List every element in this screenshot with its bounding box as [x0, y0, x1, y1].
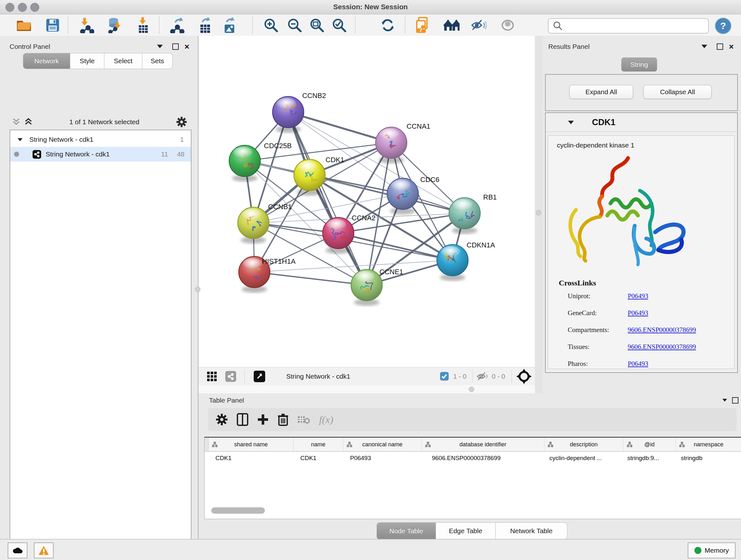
- collapse-all-icon[interactable]: [12, 118, 20, 126]
- memory-button[interactable]: Memory: [688, 543, 736, 558]
- network-node[interactable]: [449, 198, 480, 234]
- import-network-file-button[interactable]: [78, 17, 94, 33]
- open-session-button[interactable]: [16, 17, 32, 33]
- import-table-button[interactable]: [135, 17, 151, 33]
- tab-edge-table[interactable]: Edge Table: [436, 522, 495, 540]
- horizontal-scrollbar[interactable]: [211, 507, 265, 514]
- control-panel-title: Control Panel: [10, 43, 50, 51]
- node-label: CDC25B: [264, 142, 292, 150]
- horizontal-splitter[interactable]: [199, 385, 535, 393]
- expand-all-button[interactable]: Expand All: [569, 85, 633, 99]
- network-node[interactable]: [229, 145, 260, 182]
- column-header-description[interactable]: description: [544, 438, 623, 451]
- node-table[interactable]: shared name name canonical name database…: [204, 437, 741, 519]
- crosslink-link[interactable]: P06493: [628, 292, 648, 300]
- panel-menu-icon[interactable]: [157, 45, 163, 48]
- protein-structure-image: [559, 152, 693, 270]
- grid-view-icon[interactable]: [207, 371, 217, 381]
- export-image-button[interactable]: [221, 17, 238, 33]
- help-button[interactable]: ?: [715, 17, 731, 34]
- search-field[interactable]: [548, 18, 709, 34]
- network-edge[interactable]: [288, 112, 367, 285]
- columns-icon[interactable]: [237, 413, 248, 426]
- column-header-canonical-name[interactable]: canonical name: [343, 438, 422, 451]
- table-toolbar: f(x): [208, 408, 737, 431]
- gear-icon[interactable]: [176, 117, 187, 127]
- tab-sets[interactable]: Sets: [142, 53, 173, 69]
- zoom-selected-button[interactable]: [331, 17, 347, 33]
- network-view-title: String Network - cdk1: [286, 373, 350, 380]
- crosslink-link[interactable]: P06493: [628, 309, 648, 317]
- delete-column-icon[interactable]: [278, 413, 288, 426]
- memory-label: Memory: [704, 547, 729, 554]
- graphics-details-button[interactable]: [444, 17, 460, 33]
- zoom-fit-button[interactable]: [309, 17, 325, 33]
- node-label: CDKN1A: [467, 241, 495, 249]
- network-collection-row[interactable]: String Network - cdk1 1: [10, 132, 191, 147]
- panel-close-icon[interactable]: ×: [729, 44, 734, 49]
- splitter-handle[interactable]: [195, 287, 200, 292]
- hide-selected-button[interactable]: [471, 17, 487, 33]
- import-network-database-button[interactable]: [107, 17, 123, 33]
- column-header-shared-name[interactable]: shared name: [209, 438, 293, 451]
- column-header-namespace[interactable]: namespace: [676, 438, 741, 451]
- save-session-button[interactable]: [45, 17, 61, 33]
- column-scope-icon: [212, 442, 218, 447]
- selected-checkbox[interactable]: [440, 372, 449, 381]
- network-node[interactable]: [238, 207, 269, 244]
- network-node[interactable]: [376, 127, 407, 164]
- network-node[interactable]: [437, 245, 468, 281]
- network-node[interactable]: [351, 269, 382, 306]
- table-row[interactable]: CDK1 CDK1 P06493 9606.ENSP00000378699 cy…: [205, 452, 741, 464]
- gear-icon[interactable]: [216, 414, 228, 426]
- first-neighbors-button[interactable]: [415, 17, 431, 33]
- export-table-button[interactable]: [197, 17, 213, 33]
- collapse-all-button[interactable]: Collapse All: [643, 85, 712, 99]
- column-header-database-identifier[interactable]: database identifier: [422, 438, 544, 451]
- network-row[interactable]: String Network - cdk1 11 48: [10, 147, 191, 162]
- column-header-id[interactable]: @id: [623, 438, 676, 451]
- crosslink-link[interactable]: 9606.ENSP00000378699: [628, 343, 696, 351]
- crosslink-link[interactable]: 9606.ENSP00000378699: [628, 326, 696, 334]
- panel-close-icon[interactable]: ×: [185, 44, 189, 49]
- column-header-name[interactable]: name: [293, 438, 343, 451]
- search-input[interactable]: [563, 22, 708, 30]
- tab-network-table[interactable]: Network Table: [495, 522, 567, 540]
- zoom-out-button[interactable]: [286, 17, 302, 33]
- add-column-icon[interactable]: [257, 414, 269, 425]
- network-node[interactable]: [323, 217, 354, 254]
- tab-string[interactable]: String: [621, 57, 657, 71]
- results-actions-box: Expand All Collapse All: [545, 74, 738, 111]
- panel-float-icon[interactable]: [732, 397, 738, 403]
- network-edge[interactable]: [254, 272, 367, 285]
- network-node[interactable]: [273, 97, 304, 133]
- detach-view-icon[interactable]: [254, 371, 265, 382]
- crosslink-label: Compartments:: [568, 326, 609, 334]
- splitter-handle[interactable]: [536, 210, 541, 215]
- show-all-button[interactable]: [500, 17, 516, 33]
- column-scope-icon: [425, 442, 431, 447]
- gene-expander-icon[interactable]: [568, 121, 574, 124]
- panel-float-icon[interactable]: [172, 44, 179, 50]
- panel-float-icon[interactable]: [717, 44, 723, 50]
- crosslink-link[interactable]: P06493: [628, 360, 648, 368]
- birdseye-icon[interactable]: [516, 369, 532, 384]
- panel-menu-icon[interactable]: [701, 45, 707, 48]
- cloud-button[interactable]: [8, 543, 27, 558]
- tab-node-table[interactable]: Node Table: [377, 522, 436, 540]
- tab-style[interactable]: Style: [70, 53, 105, 69]
- expand-all-icon[interactable]: [24, 118, 32, 126]
- string-view-icon[interactable]: [225, 371, 236, 382]
- tab-select[interactable]: Select: [105, 53, 142, 69]
- export-network-button[interactable]: [169, 17, 185, 33]
- tree-expander-icon[interactable]: [17, 138, 22, 141]
- splitter-handle[interactable]: [469, 387, 474, 392]
- zoom-in-button[interactable]: [263, 17, 279, 33]
- warnings-button[interactable]: [34, 543, 54, 558]
- network-edge[interactable]: [288, 112, 391, 143]
- panel-menu-icon[interactable]: [723, 399, 727, 401]
- node-label: CDC6: [420, 176, 440, 184]
- network-graph[interactable]: CCNB2CCNA1CDC25BCDK1CDC6RB1CCNB1CCNA2CDK…: [199, 36, 535, 367]
- layout-refresh-button[interactable]: [380, 17, 396, 33]
- tab-network[interactable]: Network: [23, 53, 70, 69]
